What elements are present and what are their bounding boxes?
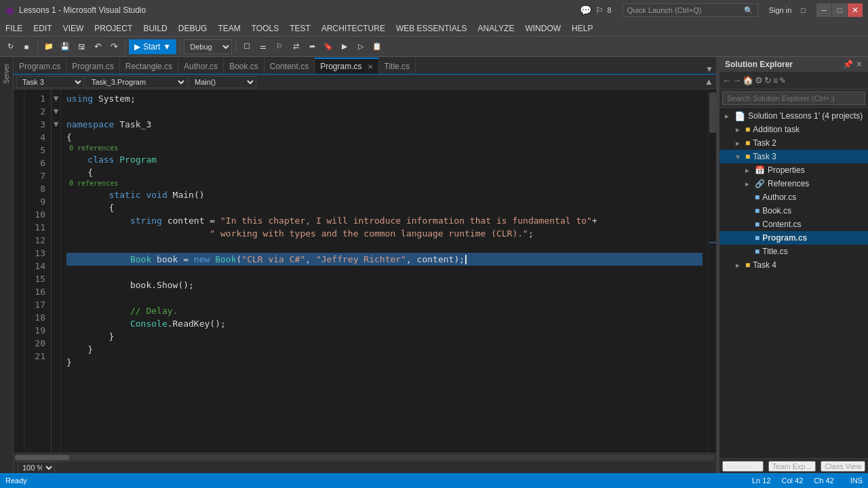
tab-overflow-btn[interactable]: ▼ <box>703 64 716 74</box>
tree-item-task2[interactable]: ► ■ Task 2 <box>719 136 868 150</box>
tab-program-active[interactable]: Program.cs ✕ <box>315 58 378 74</box>
menu-item-webessentials[interactable]: WEB ESSENTIALS <box>391 20 473 36</box>
toolbar-stop-btn[interactable]: ■ <box>19 39 34 54</box>
toolbar-misc4[interactable]: ⇄ <box>288 39 303 54</box>
se-nav-back[interactable]: ← <box>722 75 731 85</box>
launch-search-box[interactable]: Quick Launch (Ctrl+Q) 🔍 <box>623 3 758 17</box>
tab-content[interactable]: Content.cs <box>264 58 315 74</box>
toolbar-undo-btn[interactable]: ↶ <box>90 39 105 54</box>
zoom-select[interactable]: 100 % 75 % 150 % <box>18 462 55 474</box>
toolbar-misc3[interactable]: ⚐ <box>272 39 287 54</box>
expand-icon-references[interactable]: ► <box>743 179 752 188</box>
nav-expand-btn[interactable]: ▲ <box>705 77 713 87</box>
expand-icon-addition[interactable]: ► <box>733 125 743 134</box>
se-classview-tab[interactable]: Class View <box>821 461 865 472</box>
toolbar-misc7[interactable]: ▶ <box>337 39 352 54</box>
tab-title[interactable]: Title.cs <box>379 58 416 74</box>
expand-icon-task2[interactable]: ► <box>733 138 743 148</box>
toolbar-misc5[interactable]: ➦ <box>304 39 319 54</box>
se-settings-btn[interactable]: ⚙ <box>755 75 763 85</box>
menu-item-analyze[interactable]: ANALYZE <box>473 20 520 36</box>
tab-program2[interactable]: Program.cs <box>66 58 119 74</box>
maximize-button[interactable]: □ <box>832 3 847 17</box>
hscroll-thumb[interactable] <box>15 455 69 460</box>
tab-book[interactable]: Book.cs <box>224 58 264 74</box>
se-team-tab[interactable]: Team Exp... <box>768 461 816 472</box>
se-collapse-btn[interactable]: ≡ <box>773 76 778 85</box>
expand-icon-solution[interactable]: ► <box>722 111 732 121</box>
tree-item-solution[interactable]: ► 📄 Solution 'Lessons 1' (4 projects) <box>719 109 868 123</box>
editor-column: Program.cs Program.cs Rectangle.cs Autho… <box>14 57 716 473</box>
minimize-button[interactable]: – <box>816 3 831 17</box>
tree-item-references[interactable]: ► 🔗 References <box>719 177 868 190</box>
menu-item-edit[interactable]: EDIT <box>28 20 57 36</box>
signin-label[interactable]: Sign in <box>769 6 792 14</box>
tab-author[interactable]: Author.cs <box>178 58 224 74</box>
content-label: Content.cs <box>762 220 801 229</box>
tree-item-task3[interactable]: ▼ ■ Task 3 <box>719 150 868 163</box>
tab-program1[interactable]: Program.cs <box>14 58 66 74</box>
tree-item-titlecs[interactable]: ■ Title.cs <box>719 245 868 258</box>
se-home-btn[interactable]: 🏠 <box>743 75 753 85</box>
menu-item-project[interactable]: PROJECT <box>89 20 138 36</box>
menu-item-file[interactable]: FILE <box>0 20 28 36</box>
expand-icon-task4[interactable]: ► <box>733 260 743 270</box>
vscroll-thumb[interactable] <box>709 92 716 133</box>
close-button[interactable]: ✕ <box>848 3 863 17</box>
menu-item-architecture[interactable]: ARCHITECTURE <box>316 20 391 36</box>
tree-item-bookcs[interactable]: ■ Book.cs <box>719 204 868 218</box>
nav-context-select[interactable]: Task 3 <box>16 76 84 88</box>
se-close-btn[interactable]: ✕ <box>856 60 863 69</box>
tree-item-authorcs[interactable]: ■ Author.cs <box>719 190 868 204</box>
editor-vscroll[interactable] <box>708 89 716 453</box>
se-pin-btn[interactable]: 📌 <box>843 60 853 69</box>
expand-icon-task3[interactable]: ▼ <box>733 152 743 161</box>
menu-item-build[interactable]: BUILD <box>138 20 172 36</box>
se-search-container <box>719 89 868 108</box>
expand-icon[interactable]: □ <box>801 6 806 14</box>
search-launch-icon[interactable]: 🔍 <box>744 6 753 15</box>
toolbar-misc1[interactable]: ☐ <box>239 39 254 54</box>
notification-icon[interactable]: 💬 <box>580 5 591 16</box>
toolbar-misc2[interactable]: ⚌ <box>256 39 271 54</box>
nav-method-select[interactable]: Main() <box>189 76 256 88</box>
menu-item-tools[interactable]: TOOLS <box>246 20 284 36</box>
tree-item-task4[interactable]: ► ■ Task 4 <box>719 258 868 272</box>
tree-item-programcs[interactable]: ■ Program.cs <box>719 231 868 245</box>
se-properties-btn[interactable]: ✎ <box>779 76 786 85</box>
expand-icon-properties[interactable]: ► <box>743 165 752 175</box>
toolbar-open-btn[interactable]: 📁 <box>41 39 56 54</box>
hscroll-track[interactable] <box>15 455 715 460</box>
start-button[interactable]: ▶ Start ▼ <box>129 39 176 54</box>
toolbar-misc9[interactable]: 📋 <box>370 39 384 54</box>
menu-item-help[interactable]: HELP <box>566 20 598 36</box>
toolbar-save-btn[interactable]: 💾 <box>58 39 73 54</box>
toolbar-refresh-btn[interactable]: ↻ <box>3 39 18 54</box>
code-content[interactable]: using System; namespace Task_3 { 0 refer… <box>61 89 708 453</box>
menu-item-team[interactable]: TEAM <box>212 20 245 36</box>
menu-item-debug[interactable]: DEBUG <box>173 20 213 36</box>
debug-select[interactable]: Debug Release <box>184 39 232 54</box>
tree-item-properties[interactable]: ► 📅 Properties <box>719 163 868 177</box>
toolbar-misc6[interactable]: 🔖 <box>321 39 336 54</box>
tree-item-contentcs[interactable]: ■ Content.cs <box>719 218 868 231</box>
toolbar-save-all-btn[interactable]: 🖫 <box>74 39 89 54</box>
tab-close-icon[interactable]: ✕ <box>368 63 373 70</box>
tree-item-addition[interactable]: ► ■ Addition task <box>719 123 868 136</box>
menu-item-test[interactable]: TEST <box>284 20 316 36</box>
menu-item-window[interactable]: WINDOW <box>519 20 566 36</box>
tab-rectangle[interactable]: Rectangle.cs <box>120 58 178 74</box>
se-refresh-btn[interactable]: ↻ <box>764 75 772 85</box>
code-line-10: " working with types and the common lang… <box>66 227 703 240</box>
toolbar-redo-btn[interactable]: ↷ <box>106 39 121 54</box>
bottom-scrollbar[interactable] <box>14 453 716 461</box>
se-search-input[interactable] <box>722 92 865 105</box>
notification-flag[interactable]: ⚐ <box>595 5 604 16</box>
content-file-icon: ■ <box>755 220 760 229</box>
menu-item-view[interactable]: VIEW <box>58 20 90 36</box>
code-line-14: book.Show(); <box>66 279 703 291</box>
nav-class-select[interactable]: Task_3.Program <box>85 76 187 88</box>
se-solution-tab[interactable]: Solution... <box>722 461 764 472</box>
toolbar-misc8[interactable]: ▷ <box>353 39 368 54</box>
se-nav-forward[interactable]: → <box>732 75 741 85</box>
